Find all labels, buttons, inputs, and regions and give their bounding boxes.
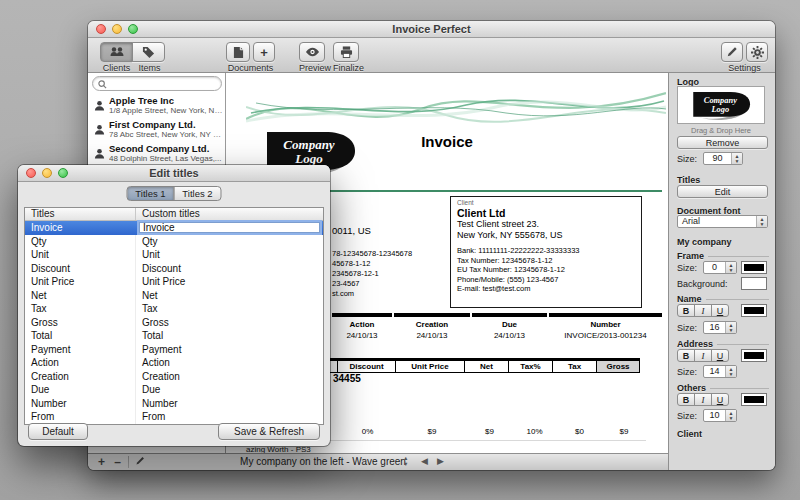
name-size-stepper[interactable]: 16 ▲▼	[703, 321, 737, 334]
new-document-button[interactable]: +	[253, 42, 275, 62]
titles-row[interactable]: Qty Qty	[25, 235, 323, 249]
custom-title-cell[interactable]: Net	[135, 289, 323, 303]
address-color-well[interactable]	[741, 349, 767, 362]
default-button[interactable]: Default	[28, 423, 88, 440]
underline-button[interactable]: U	[711, 393, 729, 406]
titles-row[interactable]: From From	[25, 410, 323, 424]
title-cell: Action	[25, 356, 135, 370]
custom-title-cell[interactable]: Gross	[135, 316, 323, 330]
others-size-stepper[interactable]: 10 ▲▼	[703, 409, 737, 422]
logo-dropzone[interactable]: Company Logo	[677, 86, 765, 124]
add-client-button[interactable]: +	[94, 455, 109, 469]
name-color-well[interactable]	[741, 304, 767, 317]
edit-client-button[interactable]	[132, 455, 147, 469]
titles-row[interactable]: Net Net	[25, 289, 323, 303]
tab-titles-1[interactable]: Titles 1	[127, 186, 175, 201]
search-field[interactable]	[92, 76, 222, 91]
main-titlebar[interactable]: Invoice Perfect	[88, 21, 775, 38]
custom-title-cell[interactable]: Unit Price	[135, 275, 323, 289]
logo-size-stepper[interactable]: 90 ▲▼	[703, 152, 743, 165]
custom-title-cell[interactable]: Discount	[135, 262, 323, 276]
dialog-titlebar[interactable]: Edit titles	[18, 165, 330, 182]
custom-title-cell[interactable]: Total	[135, 329, 323, 343]
background-color-well[interactable]	[741, 277, 767, 290]
stepper-arrows-icon[interactable]: ▲▼	[725, 322, 736, 333]
italic-button[interactable]: I	[694, 349, 712, 362]
titles-row[interactable]: Number Number	[25, 397, 323, 411]
italic-button[interactable]: I	[694, 393, 712, 406]
titles-row[interactable]: Unit Price Unit Price	[25, 275, 323, 289]
custom-title-cell[interactable]: Unit	[135, 248, 323, 262]
remove-client-button[interactable]: –	[110, 455, 125, 469]
custom-title-cell[interactable]: Qty	[135, 235, 323, 249]
stepper-arrows-icon[interactable]: ▲▼	[725, 366, 736, 377]
title-cell: Invoice	[25, 221, 135, 235]
list-item[interactable]: Second Company Ltd. 48 Dolphin Street, L…	[88, 141, 225, 165]
clients-button[interactable]	[100, 42, 133, 62]
search-input[interactable]	[110, 79, 216, 89]
custom-title-cell[interactable]: Number	[135, 397, 323, 411]
bold-button[interactable]: B	[677, 304, 695, 317]
client-eu-tax-number: EU Tax Number: 12345678-1-12	[457, 265, 635, 275]
name-subtitle: Name	[677, 294, 769, 304]
others-color-well[interactable]	[741, 393, 767, 406]
underline-button[interactable]: U	[711, 304, 729, 317]
custom-title-cell[interactable]: Tax	[135, 302, 323, 316]
underline-button[interactable]: U	[711, 349, 729, 362]
bold-button[interactable]: B	[677, 393, 695, 406]
column-header-titles[interactable]: Titles	[25, 208, 135, 220]
next-template-button[interactable]: ▶	[437, 456, 444, 466]
titles-row[interactable]: Due Due	[25, 383, 323, 397]
finalize-button[interactable]	[333, 42, 359, 62]
custom-title-cell[interactable]: Due	[135, 383, 323, 397]
custom-title-cell[interactable]: Creation	[135, 370, 323, 384]
italic-button[interactable]: I	[694, 304, 712, 317]
edit-titles-button[interactable]: Edit	[677, 185, 768, 198]
titles-row[interactable]: Action Action	[25, 356, 323, 370]
titles-row[interactable]: Creation Creation	[25, 370, 323, 384]
frame-size-stepper[interactable]: 0 ▲▼	[703, 261, 737, 274]
documents-button[interactable]	[226, 42, 250, 62]
document-font-select[interactable]: Arial ▲▼	[677, 215, 768, 228]
stepper-arrows-icon[interactable]: ▲▼	[725, 410, 736, 421]
preview-button[interactable]	[299, 42, 325, 62]
gear-icon	[751, 46, 764, 59]
stepper-arrows-icon[interactable]: ▲▼	[725, 262, 736, 273]
titles-row[interactable]: Total Total	[25, 329, 323, 343]
window-title: Invoice Perfect	[88, 23, 775, 35]
titles-row[interactable]: Unit Unit	[25, 248, 323, 262]
save-refresh-button[interactable]: Save & Refresh	[218, 423, 320, 440]
titles-row[interactable]: Tax Tax	[25, 302, 323, 316]
custom-title-input[interactable]: Invoice	[135, 221, 323, 235]
stepper-arrows-icon[interactable]: ▲▼	[756, 216, 767, 227]
item-cell: 10%	[512, 424, 557, 440]
template-stepper[interactable]: ▲▼	[403, 456, 408, 467]
address-size-stepper[interactable]: 14 ▲▼	[703, 365, 737, 378]
titles-row[interactable]: Payment Payment	[25, 343, 323, 357]
titles-row[interactable]: Invoice Invoice	[25, 221, 323, 235]
bold-button[interactable]: B	[677, 349, 695, 362]
column-header-custom[interactable]: Custom titles	[135, 208, 323, 220]
settings-edit-button[interactable]	[721, 42, 743, 62]
custom-title-cell[interactable]: Payment	[135, 343, 323, 357]
settings-gear-button[interactable]	[746, 42, 768, 62]
bottom-bar: + – My company on the left - Wave green …	[88, 453, 668, 470]
meta-bar	[394, 313, 470, 317]
frame-color-well[interactable]	[741, 261, 767, 274]
eye-icon	[305, 47, 320, 57]
titles-row[interactable]: Discount Discount	[25, 262, 323, 276]
person-icon	[94, 97, 105, 115]
name-style-buttons: B I U	[677, 304, 729, 317]
list-item[interactable]: First Company Ltd. 78 Abc Street, New Yo…	[88, 117, 225, 141]
custom-title-cell[interactable]: Action	[135, 356, 323, 370]
tab-titles-2[interactable]: Titles 2	[174, 186, 222, 201]
remove-logo-button[interactable]: Remove	[677, 136, 768, 149]
titles-row[interactable]: Gross Gross	[25, 316, 323, 330]
divider	[128, 456, 129, 468]
prev-template-button[interactable]: ◀	[421, 456, 428, 466]
custom-title-cell[interactable]: From	[135, 410, 323, 424]
items-button[interactable]	[132, 42, 165, 62]
desktop: Invoice Perfect	[0, 0, 800, 500]
list-item[interactable]: Apple Tree Inc 1/8 Apple Street, New Yor…	[88, 93, 225, 117]
stepper-arrows-icon[interactable]: ▲▼	[731, 153, 742, 164]
